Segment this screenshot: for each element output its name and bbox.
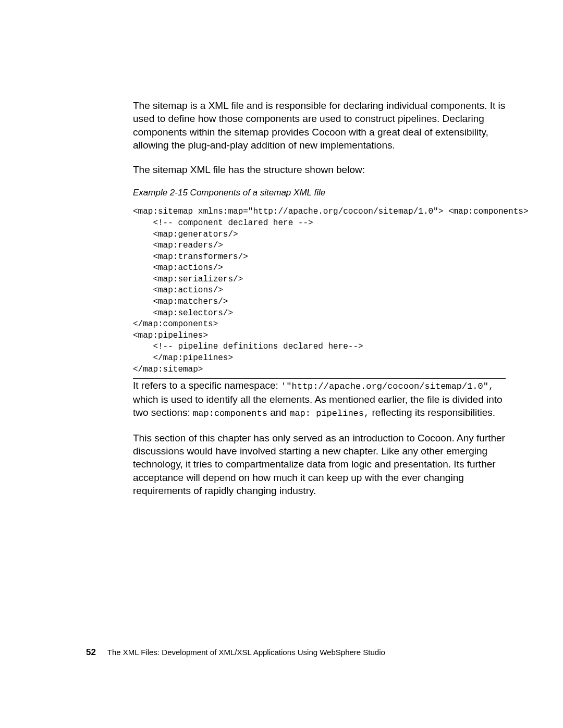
page-footer: 52 The XML Files: Development of XML/XSL… — [86, 647, 385, 658]
example-caption: Example 2-15 Components of a sitemap XML… — [133, 188, 506, 198]
text-run: reflecting its responsibilities. — [369, 407, 495, 418]
inline-code: '"http://apache.org/cocoon/sitemap/1.0", — [281, 381, 494, 391]
paragraph-intro: The sitemap is a XML file and is respons… — [133, 99, 506, 152]
text-run: It refers to a specific namespace: — [133, 380, 281, 391]
paragraph-namespace: It refers to a specific namespace: '"htt… — [133, 379, 506, 419]
inline-code: map: pipelines, — [289, 409, 369, 418]
page-content: The sitemap is a XML file and is respons… — [0, 0, 563, 497]
paragraph-lead: The sitemap XML file has the structure s… — [133, 163, 506, 176]
paragraph-conclusion: This section of this chapter has only se… — [133, 431, 506, 497]
inline-code: map:components — [193, 409, 267, 418]
code-example: <map:sitemap xmlns:map="http://apache.or… — [133, 206, 506, 379]
text-run: and — [267, 407, 289, 418]
footer-title: The XML Files: Development of XML/XSL Ap… — [107, 648, 385, 657]
page-number: 52 — [86, 647, 96, 657]
